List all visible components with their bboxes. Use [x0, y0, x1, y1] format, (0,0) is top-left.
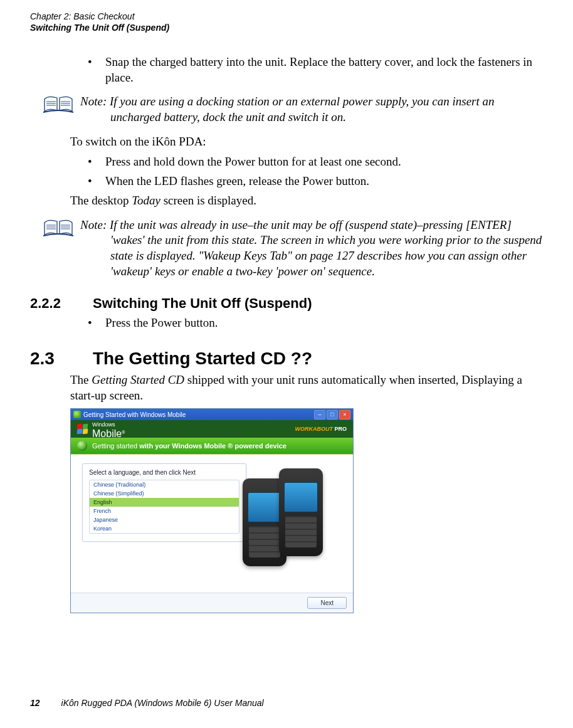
- app-icon: [73, 411, 81, 418]
- language-list[interactable]: Chinese (Traditional)Chinese (Simplified…: [89, 480, 239, 534]
- bullet-item: • Press the Power button.: [88, 315, 543, 331]
- bottom-bar: Next: [71, 593, 353, 613]
- heading-number: 2.2.2: [30, 295, 93, 312]
- embedded-screenshot: Getting Started with Windows Mobile – □ …: [70, 408, 543, 613]
- note-text: Note: If the unit was already in use–the…: [80, 218, 543, 280]
- bullet-marker: •: [88, 315, 105, 331]
- language-card: Select a language, and then click Next C…: [82, 463, 246, 542]
- paragraph: To switch on the iKôn PDA:: [70, 134, 543, 150]
- paragraph: The Getting Started CD shipped with your…: [70, 372, 543, 403]
- minimize-button[interactable]: –: [314, 410, 325, 419]
- heading-2-3: 2.3 The Getting Started CD ??: [30, 349, 543, 369]
- panel-area: Select a language, and then click Next C…: [71, 454, 353, 593]
- banner-text: Getting started: [92, 442, 139, 450]
- card-title: Select a language, and then click Next: [89, 469, 239, 476]
- note-text: Note: If you are using a docking station…: [80, 94, 543, 125]
- bullet-item: • Press and hold down the Power button f…: [88, 154, 543, 170]
- text-fragment-italic: Getting Started CD: [92, 373, 184, 386]
- text-fragment: The: [70, 373, 92, 386]
- globe-icon: [77, 441, 87, 451]
- window-title: Getting Started with Windows Mobile: [83, 411, 186, 418]
- brand-text: Windows Mobile®: [92, 419, 125, 440]
- header-section: Switching The Unit Off (Suspend): [30, 23, 169, 33]
- language-option[interactable]: French: [90, 507, 239, 515]
- language-option[interactable]: English: [90, 498, 239, 507]
- bullet-text: When the LED flashes green, release the …: [105, 174, 543, 189]
- text-fragment: The desktop: [70, 194, 132, 207]
- heading-title: Switching The Unit Off (Suspend): [93, 295, 543, 312]
- language-option[interactable]: Japanese: [90, 515, 239, 524]
- language-option[interactable]: Chinese (Traditional): [90, 480, 239, 489]
- bullet-text: Snap the charged battery into the unit. …: [105, 55, 543, 85]
- bullet-item: • Snap the charged battery into the unit…: [88, 55, 543, 85]
- brand-right: WORKABOUT PRO: [295, 426, 347, 432]
- close-button[interactable]: ×: [339, 410, 350, 419]
- device-icon: [279, 468, 323, 556]
- windows-logo-icon: [77, 424, 88, 434]
- bullet-text: Press the Power button.: [105, 315, 543, 331]
- bullet-marker: •: [88, 174, 105, 189]
- book-icon: [36, 94, 80, 125]
- heading-title: The Getting Started CD ??: [93, 349, 543, 369]
- heading-number: 2.3: [30, 349, 93, 369]
- maximize-button[interactable]: □: [327, 410, 338, 419]
- note-block: Note: If the unit was already in use–the…: [36, 218, 543, 280]
- header-chapter: Chapter 2: Basic Checkout: [30, 11, 135, 21]
- device-image: [243, 461, 337, 580]
- note-block: Note: If you are using a docking station…: [36, 94, 543, 125]
- heading-2-2-2: 2.2.2 Switching The Unit Off (Suspend): [30, 295, 543, 312]
- bullet-marker: •: [88, 55, 105, 85]
- text-fragment: screen is displayed.: [160, 194, 256, 207]
- running-header: Chapter 2: Basic Checkout Switching The …: [30, 11, 543, 33]
- page-number: 12: [30, 698, 40, 708]
- page-footer: 12 iKôn Rugged PDA (Windows Mobile 6) Us…: [30, 698, 264, 708]
- text-fragment-italic: Today: [132, 194, 160, 207]
- bullet-marker: •: [88, 154, 105, 170]
- brand-bar: Windows Mobile® WORKABOUT PRO: [71, 420, 353, 438]
- window: Getting Started with Windows Mobile – □ …: [70, 408, 354, 613]
- next-button[interactable]: Next: [307, 597, 347, 609]
- bullet-text: Press and hold down the Power button for…: [105, 154, 543, 170]
- language-option[interactable]: Korean: [90, 524, 239, 533]
- book-title: iKôn Rugged PDA (Windows Mobile 6) User …: [61, 698, 264, 708]
- book-icon: [36, 218, 80, 280]
- banner-text-bold: with your Windows Mobile ® powered devic…: [139, 442, 286, 450]
- language-option[interactable]: Chinese (Simplified): [90, 489, 239, 498]
- green-banner: Getting started with your Windows Mobile…: [71, 438, 353, 454]
- paragraph: The desktop Today screen is displayed.: [70, 193, 543, 209]
- bullet-item: • When the LED flashes green, release th…: [88, 174, 543, 189]
